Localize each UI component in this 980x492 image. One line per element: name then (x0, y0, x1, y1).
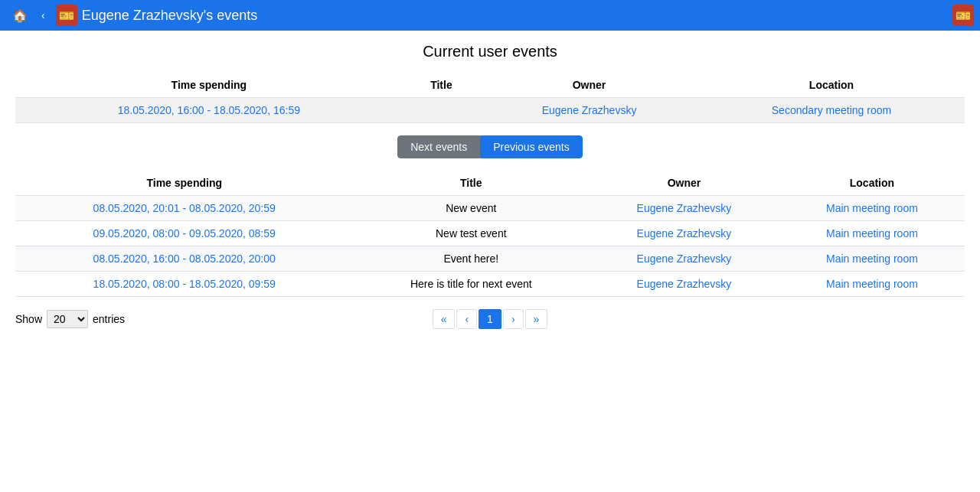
prev-col-time: Time spending (15, 171, 353, 196)
header-right-icon: 🎫 (952, 5, 974, 26)
page-1-button[interactable]: 1 (479, 309, 501, 329)
prev-col-title: Title (353, 171, 589, 196)
current-col-location: Location (698, 73, 965, 98)
previous-events-table: Time spending Title Owner Location 08.05… (15, 171, 965, 297)
prev-time-cell[interactable]: 08.05.2020, 16:00 - 08.05.2020, 20:00 (15, 246, 353, 272)
current-col-owner: Owner (480, 73, 698, 98)
page-content: Current user events Time spending Title … (0, 31, 980, 341)
current-title-cell (403, 98, 480, 123)
main-title: Current user events (15, 43, 965, 60)
current-time-cell[interactable]: 18.05.2020, 16:00 - 18.05.2020, 16:59 (15, 98, 403, 123)
prev-table-row: 08.05.2020, 16:00 - 08.05.2020, 20:00 Ev… (15, 246, 965, 272)
prev-title-cell: New test event (353, 221, 589, 246)
prev-location-cell[interactable]: Main meeting room (779, 246, 965, 272)
prev-time-cell[interactable]: 18.05.2020, 08:00 - 18.05.2020, 09:59 (15, 272, 353, 297)
current-location-cell[interactable]: Secondary meeting room (698, 98, 965, 123)
current-col-title: Title (403, 73, 480, 98)
app-icon: 🎫 (56, 5, 77, 26)
current-col-time: Time spending (15, 73, 403, 98)
entries-label: entries (93, 313, 125, 325)
previous-events-button[interactable]: Previous events (480, 135, 583, 158)
prev-owner-cell[interactable]: Eugene Zrazhevsky (589, 272, 779, 297)
prev-col-owner: Owner (589, 171, 779, 196)
prev-time-cell[interactable]: 09.05.2020, 08:00 - 09.05.2020, 08:59 (15, 221, 353, 246)
show-entries: Show 102050100 entries (15, 310, 125, 328)
last-page-button[interactable]: » (525, 309, 548, 329)
prev-time-cell[interactable]: 08.05.2020, 20:01 - 08.05.2020, 20:59 (15, 196, 353, 221)
prev-table-row: 18.05.2020, 08:00 - 18.05.2020, 09:59 He… (15, 272, 965, 297)
prev-table-row: 09.05.2020, 08:00 - 09.05.2020, 08:59 Ne… (15, 221, 965, 246)
pagination-area: Show 102050100 entries « ‹ 1 › » (15, 309, 965, 329)
entries-select[interactable]: 102050100 (47, 310, 88, 328)
home-button[interactable]: 🏠 (6, 5, 34, 26)
prev-location-cell[interactable]: Main meeting room (779, 196, 965, 221)
prev-table-row: 08.05.2020, 20:01 - 08.05.2020, 20:59 Ne… (15, 196, 965, 221)
prev-owner-cell[interactable]: Eugene Zrazhevsky (589, 221, 779, 246)
prev-location-cell[interactable]: Main meeting room (779, 272, 965, 297)
pagination: « ‹ 1 › » (433, 309, 548, 329)
prev-owner-cell[interactable]: Eugene Zrazhevsky (589, 196, 779, 221)
page-title: Eugene Zrazhevsky's events (82, 8, 952, 24)
prev-owner-cell[interactable]: Eugene Zrazhevsky (589, 246, 779, 272)
prev-table-header-row: Time spending Title Owner Location (15, 171, 965, 196)
prev-title-cell: Event here! (353, 246, 589, 272)
next-page-button[interactable]: › (503, 309, 524, 329)
prev-location-cell[interactable]: Main meeting room (779, 221, 965, 246)
prev-title-cell: New event (353, 196, 589, 221)
show-label: Show (15, 313, 42, 325)
current-table-header-row: Time spending Title Owner Location (15, 73, 965, 98)
toggle-buttons: Next events Previous events (15, 135, 965, 158)
current-table-row: 18.05.2020, 16:00 - 18.05.2020, 16:59 Eu… (15, 98, 965, 123)
current-events-table: Time spending Title Owner Location 18.05… (15, 73, 965, 123)
first-page-button[interactable]: « (433, 309, 456, 329)
prev-col-location: Location (779, 171, 965, 196)
current-owner-cell[interactable]: Eugene Zrazhevsky (480, 98, 698, 123)
prev-page-button[interactable]: ‹ (456, 309, 477, 329)
prev-title-cell: Here is title for next event (353, 272, 589, 297)
back-button[interactable]: ‹ (35, 6, 51, 24)
header: 🏠 ‹ 🎫 Eugene Zrazhevsky's events 🎫 (0, 0, 980, 31)
next-events-button[interactable]: Next events (397, 135, 480, 158)
